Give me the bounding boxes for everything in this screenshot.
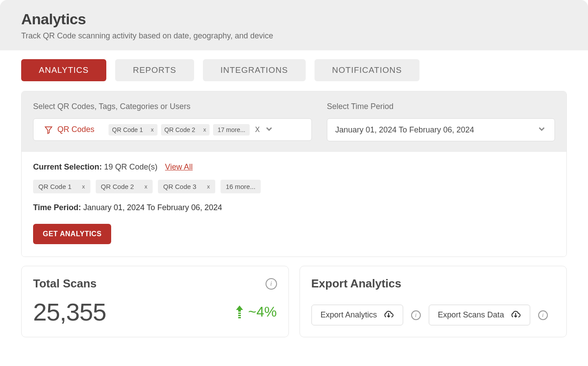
chip-remove-icon[interactable]: x xyxy=(203,126,206,133)
svg-marker-0 xyxy=(45,127,52,133)
chip-remove-icon[interactable]: x xyxy=(207,183,210,190)
qr-codes-filter-button[interactable]: QR Codes xyxy=(34,121,105,138)
chip-remove-icon[interactable]: x xyxy=(151,126,154,133)
export-analytics-button[interactable]: Export Analytics xyxy=(311,305,403,325)
time-select-label: Select Time Period xyxy=(327,102,555,111)
svg-marker-1 xyxy=(236,306,243,312)
filter-icon xyxy=(44,125,53,134)
date-range-select[interactable]: January 01, 2024 To February 06, 2024 xyxy=(327,118,555,141)
filter-card: Select QR Codes, Tags, Categories or Use… xyxy=(21,91,567,257)
time-period-value: January 01, 2024 To February 06, 2024 xyxy=(83,203,222,212)
export-title: Export Analytics xyxy=(311,277,401,291)
current-selection: Current Selection: 19 QR Code(s) View Al… xyxy=(33,162,555,172)
tab-reports[interactable]: REPORTS xyxy=(115,59,194,81)
page-header: Analytics Track QR Code scanning activit… xyxy=(0,0,588,50)
view-all-link[interactable]: View All xyxy=(165,162,193,171)
current-selection-count: 19 QR Code(s) xyxy=(104,162,157,171)
chevron-down-icon[interactable] xyxy=(264,124,274,136)
chip-remove-icon[interactable]: x xyxy=(82,183,85,190)
export-scans-data-button[interactable]: Export Scans Data xyxy=(429,305,530,325)
get-analytics-button[interactable]: GET ANALYTICS xyxy=(33,224,111,244)
selected-chip-more[interactable]: 17 more... xyxy=(213,124,250,136)
selection-chip: QR Code 2 x xyxy=(96,180,153,193)
total-scans-delta: ~4% xyxy=(235,304,277,320)
selected-chip: QR Code 1 x xyxy=(109,124,157,136)
tab-notifications[interactable]: NOTIFICATIONS xyxy=(315,59,419,81)
qr-select-input[interactable]: QR Codes QR Code 1 x QR Code 2 x 17 more… xyxy=(33,118,312,141)
total-scans-title: Total Scans xyxy=(33,277,97,291)
date-range-value: January 01, 2024 To February 06, 2024 xyxy=(335,125,474,135)
time-period-label: Time Period: xyxy=(33,203,81,212)
time-period-display: Time Period: January 01, 2024 To Februar… xyxy=(33,203,555,212)
svg-rect-3 xyxy=(238,315,241,316)
info-icon[interactable]: i xyxy=(266,278,277,290)
selection-chip-more[interactable]: 16 more... xyxy=(221,180,261,193)
cloud-download-icon xyxy=(383,311,394,320)
selection-chip: QR Code 1 x xyxy=(33,180,90,193)
chevron-down-icon xyxy=(537,124,547,136)
svg-rect-2 xyxy=(238,313,241,314)
export-analytics-card: Export Analytics Export Analytics xyxy=(300,266,567,337)
selection-chip-row: QR Code 1 x QR Code 2 x QR Code 3 x 16 m… xyxy=(33,180,555,193)
svg-rect-4 xyxy=(238,317,241,318)
info-icon[interactable]: i xyxy=(538,310,548,320)
tab-analytics[interactable]: ANALYTICS xyxy=(21,59,106,81)
chip-remove-icon[interactable]: x xyxy=(145,183,148,190)
info-icon[interactable]: i xyxy=(411,310,421,320)
cloud-download-icon xyxy=(510,311,521,320)
qr-select-label: Select QR Codes, Tags, Categories or Use… xyxy=(33,102,312,111)
tab-bar: ANALYTICS REPORTS INTEGRATIONS NOTIFICAT… xyxy=(21,59,567,81)
up-arrow-icon xyxy=(235,306,244,319)
qr-codes-filter-label: QR Codes xyxy=(57,125,94,134)
clear-all-button[interactable]: X xyxy=(255,126,260,134)
page-title: Analytics xyxy=(21,11,567,28)
total-scans-card: Total Scans i 25,355 xyxy=(21,266,289,337)
current-selection-label: Current Selection: xyxy=(33,162,102,171)
selected-chip: QR Code 2 x xyxy=(161,124,210,136)
page-subtitle: Track QR Code scanning activity based on… xyxy=(21,31,567,41)
total-scans-value: 25,355 xyxy=(33,298,106,326)
tab-integrations[interactable]: INTEGRATIONS xyxy=(203,59,306,81)
selection-chip: QR Code 3 x xyxy=(158,180,215,193)
